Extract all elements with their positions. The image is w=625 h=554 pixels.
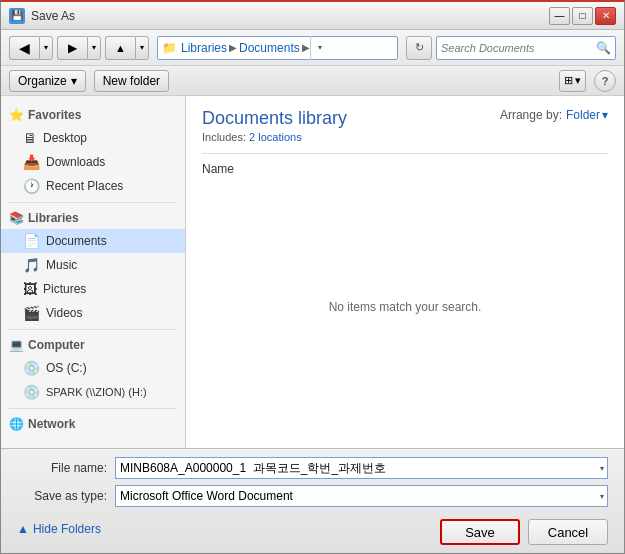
close-button[interactable]: ✕ xyxy=(595,7,616,25)
arrange-value-text: Folder xyxy=(566,108,600,122)
sidebar-item-music-label: Music xyxy=(46,258,77,272)
new-folder-label: New folder xyxy=(103,74,160,88)
back-button[interactable]: ◀ xyxy=(9,36,39,60)
organize-toolbar: Organize ▾ New folder ⊞ ▾ ? xyxy=(1,66,624,96)
search-input[interactable] xyxy=(441,42,596,54)
filename-input-wrapper: ▾ xyxy=(115,457,608,479)
sidebar-section-favorites: ⭐ Favorites 🖥 Desktop 📥 Downloads 🕐 Rece… xyxy=(1,104,185,198)
library-info: Documents library Includes: 2 locations xyxy=(202,108,347,143)
sidebar-item-music[interactable]: 🎵 Music xyxy=(1,253,185,277)
arrange-by-value[interactable]: Folder ▾ xyxy=(566,108,608,122)
view-dropdown-icon: ▾ xyxy=(575,74,581,87)
address-part-libraries[interactable]: Libraries xyxy=(181,41,227,55)
savetype-row: Save as type: Microsoft Office Word Docu… xyxy=(17,485,608,507)
address-folder-icon: 📁 xyxy=(162,41,177,55)
sidebar-item-osc-label: OS (C:) xyxy=(46,361,87,375)
save-button[interactable]: Save xyxy=(440,519,520,545)
videos-icon: 🎬 xyxy=(23,305,40,321)
sidebar-item-desktop-label: Desktop xyxy=(43,131,87,145)
computer-label: Computer xyxy=(28,338,85,352)
content-divider xyxy=(202,153,608,154)
view-icon: ⊞ xyxy=(564,74,573,87)
sidebar-item-desktop[interactable]: 🖥 Desktop xyxy=(1,126,185,150)
up-dropdown-button[interactable]: ▾ xyxy=(135,36,149,60)
forward-button[interactable]: ▶ xyxy=(57,36,87,60)
sidebar-item-osc[interactable]: 💿 OS (C:) xyxy=(1,356,185,380)
maximize-button[interactable]: □ xyxy=(572,7,593,25)
sidebar-header-network[interactable]: 🌐 Network xyxy=(1,413,185,435)
filename-row: File name: ▾ xyxy=(17,457,608,479)
search-box[interactable]: 🔍 xyxy=(436,36,616,60)
title-bar: 💾 Save As — □ ✕ xyxy=(1,2,624,30)
window-icon: 💾 xyxy=(9,8,25,24)
forward-dropdown-button[interactable]: ▾ xyxy=(87,36,101,60)
arrange-by: Arrange by: Folder ▾ xyxy=(500,108,608,122)
spark-icon: 💿 xyxy=(23,384,40,400)
arrange-dropdown-icon: ▾ xyxy=(602,108,608,122)
sidebar-header-computer[interactable]: 💻 Computer xyxy=(1,334,185,356)
action-buttons: Save Cancel xyxy=(440,519,608,545)
divider-2 xyxy=(9,329,177,330)
new-folder-button[interactable]: New folder xyxy=(94,70,169,92)
filename-dropdown-icon[interactable]: ▾ xyxy=(600,464,604,473)
sidebar-header-favorites[interactable]: ⭐ Favorites xyxy=(1,104,185,126)
search-icon[interactable]: 🔍 xyxy=(596,41,611,55)
sidebar-item-videos-label: Videos xyxy=(46,306,82,320)
downloads-icon: 📥 xyxy=(23,154,40,170)
sidebar-item-recent-places[interactable]: 🕐 Recent Places xyxy=(1,174,185,198)
bottom-bar: File name: ▾ Save as type: Microsoft Off… xyxy=(1,448,624,553)
address-sep-1: ▶ xyxy=(229,42,237,53)
divider-1 xyxy=(9,202,177,203)
sidebar-item-documents-label: Documents xyxy=(46,234,107,248)
sidebar-item-pictures[interactable]: 🖼 Pictures xyxy=(1,277,185,301)
documents-icon: 📄 xyxy=(23,233,40,249)
column-header-name: Name xyxy=(202,160,608,178)
help-button[interactable]: ? xyxy=(594,70,616,92)
favorites-label: Favorites xyxy=(28,108,81,122)
sidebar-header-libraries[interactable]: 📚 Libraries xyxy=(1,207,185,229)
cancel-button[interactable]: Cancel xyxy=(528,519,608,545)
sidebar-section-network: 🌐 Network xyxy=(1,413,185,435)
sidebar-item-downloads[interactable]: 📥 Downloads xyxy=(1,150,185,174)
library-includes: Includes: 2 locations xyxy=(202,131,347,143)
sidebar-item-downloads-label: Downloads xyxy=(46,155,105,169)
sidebar: ⭐ Favorites 🖥 Desktop 📥 Downloads 🕐 Rece… xyxy=(1,96,186,448)
computer-icon: 💻 xyxy=(9,338,24,352)
locations-link[interactable]: 2 locations xyxy=(249,131,302,143)
sidebar-item-recent-places-label: Recent Places xyxy=(46,179,123,193)
content-header: Documents library Includes: 2 locations … xyxy=(202,108,608,143)
refresh-button[interactable]: ↻ xyxy=(406,36,432,60)
sidebar-item-documents[interactable]: 📄 Documents xyxy=(1,229,185,253)
organize-button[interactable]: Organize ▾ xyxy=(9,70,86,92)
savetype-select-wrapper: Microsoft Office Word Document ▾ xyxy=(115,485,608,507)
hide-folders-button[interactable]: ▲ Hide Folders xyxy=(17,522,101,536)
up-button[interactable]: ▲ xyxy=(105,36,135,60)
pictures-icon: 🖼 xyxy=(23,281,37,297)
address-toolbar: ◀ ▾ ▶ ▾ ▲ ▾ 📁 Libraries ▶ Documents ▶ ▾ … xyxy=(1,30,624,66)
network-label: Network xyxy=(28,417,75,431)
includes-label: Includes: xyxy=(202,131,246,143)
hide-folders-icon: ▲ xyxy=(17,522,29,536)
minimize-button[interactable]: — xyxy=(549,7,570,25)
sidebar-item-spark[interactable]: 💿 SPARK (\\ZION) (H:) xyxy=(1,380,185,404)
address-bar[interactable]: 📁 Libraries ▶ Documents ▶ ▾ xyxy=(157,36,398,60)
main-area: ⭐ Favorites 🖥 Desktop 📥 Downloads 🕐 Rece… xyxy=(1,96,624,448)
filename-label: File name: xyxy=(17,461,107,475)
back-dropdown-button[interactable]: ▾ xyxy=(39,36,53,60)
filename-input[interactable] xyxy=(115,457,608,479)
sidebar-section-libraries: 📚 Libraries 📄 Documents 🎵 Music 🖼 Pictur… xyxy=(1,207,185,325)
savetype-select[interactable]: Microsoft Office Word Document xyxy=(115,485,608,507)
sidebar-item-videos[interactable]: 🎬 Videos xyxy=(1,301,185,325)
organize-arrow-icon: ▾ xyxy=(71,74,77,88)
up-nav: ▲ ▾ xyxy=(105,36,149,60)
address-dropdown-button[interactable]: ▾ xyxy=(310,36,330,60)
sidebar-item-pictures-label: Pictures xyxy=(43,282,86,296)
window-title: Save As xyxy=(31,9,549,23)
arrange-by-label: Arrange by: xyxy=(500,108,562,122)
title-bar-buttons: — □ ✕ xyxy=(549,7,616,25)
view-button[interactable]: ⊞ ▾ xyxy=(559,70,586,92)
libraries-icon: 📚 xyxy=(9,211,24,225)
desktop-icon: 🖥 xyxy=(23,130,37,146)
address-part-documents[interactable]: Documents xyxy=(239,41,300,55)
libraries-label: Libraries xyxy=(28,211,79,225)
